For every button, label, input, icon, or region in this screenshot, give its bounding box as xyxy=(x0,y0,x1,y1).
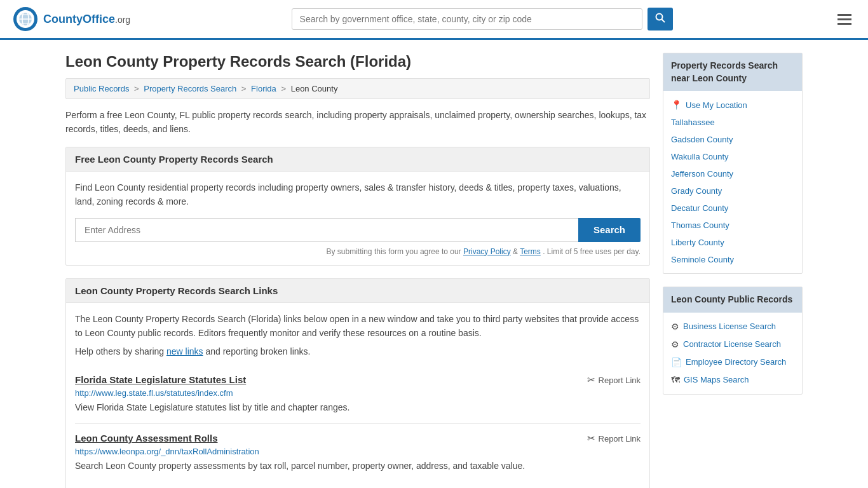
sidebar: Property Records Search near Leon County… xyxy=(663,53,803,488)
sidebar-nearby-heading: Property Records Search near Leon County xyxy=(663,53,802,91)
hamburger-line xyxy=(837,23,851,25)
svg-point-7 xyxy=(656,14,662,20)
breadcrumb-public-records[interactable]: Public Records xyxy=(74,84,129,93)
free-search-heading: Free Leon County Property Records Search xyxy=(66,147,649,172)
links-heading: Leon County Property Records Search Link… xyxy=(66,279,649,303)
link-url[interactable]: http://www.leg.state.fl.us/statutes/inde… xyxy=(75,388,641,398)
links-description: The Leon County Property Records Search … xyxy=(75,312,641,341)
gear-icon: ⚙ xyxy=(671,322,679,332)
sidebar-public-records-heading: Leon County Public Records xyxy=(663,287,802,313)
limit-text: . Limit of 5 free uses per day. xyxy=(543,247,641,256)
logo-icon xyxy=(13,6,38,32)
sidebar-nearby-section: Property Records Search near Leon County… xyxy=(663,53,803,274)
form-disclaimer: By submitting this form you agree to our… xyxy=(75,247,641,256)
sidebar-item-tallahassee[interactable]: Tallahassee xyxy=(663,114,802,131)
sidebar-nearby-body: 📍 Use My Location Tallahassee Gadsden Co… xyxy=(663,91,802,273)
address-input[interactable] xyxy=(75,218,578,242)
ampersand: & xyxy=(513,247,520,256)
breadcrumb-current: Leon County xyxy=(291,84,338,93)
hamburger-menu-button[interactable] xyxy=(834,10,855,29)
employee-directory-link[interactable]: Employee Directory Search xyxy=(686,357,786,367)
breadcrumb: Public Records > Property Records Search… xyxy=(65,78,650,99)
sidebar-item-jefferson[interactable]: Jefferson County xyxy=(663,165,802,182)
search-icon xyxy=(655,13,665,23)
map-icon: 🗺 xyxy=(671,375,680,385)
breadcrumb-florida[interactable]: Florida xyxy=(251,84,276,93)
link-description: View Florida State Legislature statutes … xyxy=(75,401,641,414)
gis-maps-link[interactable]: GIS Maps Search xyxy=(684,375,749,384)
sidebar-item-seminole[interactable]: Seminole County xyxy=(663,251,802,268)
sharing-line: Help others by sharing new links and rep… xyxy=(75,346,641,356)
logo-text[interactable]: CountyOffice.org xyxy=(43,13,130,26)
contractor-license-link[interactable]: Contractor License Search xyxy=(683,339,781,349)
header-search-input[interactable] xyxy=(292,8,642,30)
header-search-button[interactable] xyxy=(648,8,673,30)
header: CountyOffice.org xyxy=(0,0,868,40)
links-body: The Leon County Property Records Search … xyxy=(66,303,649,488)
reporting-text: and reporting broken links. xyxy=(205,346,310,356)
report-link-button[interactable]: ✂ Report Link xyxy=(587,433,641,444)
sidebar-item-thomas[interactable]: Thomas County xyxy=(663,217,802,234)
link-item-top: Florida State Legislature Statutes List … xyxy=(75,374,641,386)
sidebar-item-gis-maps[interactable]: 🗺 GIS Maps Search xyxy=(663,371,802,389)
sidebar-item-gadsden[interactable]: Gadsden County xyxy=(663,131,802,148)
link-item: Leon County Assessment Rolls ✂ Report Li… xyxy=(75,424,641,482)
logo-area: CountyOffice.org xyxy=(13,6,130,32)
link-item: Florida State Legislature Statutes List … xyxy=(75,365,641,424)
use-my-location-link[interactable]: Use My Location xyxy=(686,100,747,110)
report-link-label: Report Link xyxy=(599,376,641,385)
sidebar-public-records-body: ⚙ Business License Search ⚙ Contractor L… xyxy=(663,313,802,394)
sidebar-item-business-license[interactable]: ⚙ Business License Search xyxy=(663,318,802,336)
sidebar-use-location[interactable]: 📍 Use My Location xyxy=(663,96,802,114)
link-url[interactable]: https://www.leonpa.org/_dnn/taxRollAdmin… xyxy=(75,447,641,456)
page-description: Perform a free Leon County, FL public pr… xyxy=(65,108,650,137)
search-button[interactable]: Search xyxy=(578,218,641,242)
sidebar-item-decatur[interactable]: Decatur County xyxy=(663,200,802,217)
sidebar-item-employee-directory[interactable]: 📄 Employee Directory Search xyxy=(663,353,802,371)
sidebar-item-contractor-license[interactable]: ⚙ Contractor License Search xyxy=(663,336,802,353)
hamburger-line xyxy=(837,18,851,20)
sidebar-item-liberty[interactable]: Liberty County xyxy=(663,234,802,251)
sidebar-item-grady[interactable]: Grady County xyxy=(663,182,802,200)
search-description: Find Leon County residential property re… xyxy=(75,180,641,209)
gear-icon: ⚙ xyxy=(671,339,679,349)
svg-line-8 xyxy=(661,20,665,23)
link-title[interactable]: Leon County Assessment Rolls xyxy=(75,433,218,444)
link-item-top: Leon County Assessment Rolls ✂ Report Li… xyxy=(75,433,641,444)
terms-link[interactable]: Terms xyxy=(520,247,541,256)
new-links-link[interactable]: new links xyxy=(166,346,203,356)
content-area: Leon County Property Records Search (Flo… xyxy=(65,53,650,488)
report-link-label: Report Link xyxy=(599,434,641,444)
main-container: Leon County Property Records Search (Flo… xyxy=(53,40,815,488)
breadcrumb-sep: > xyxy=(281,84,286,93)
free-search-body: Find Leon County residential property re… xyxy=(66,172,649,265)
link-description: Search Leon County property assessments … xyxy=(75,459,641,473)
breadcrumb-property-records[interactable]: Property Records Search xyxy=(144,84,236,93)
report-link-button[interactable]: ✂ Report Link xyxy=(587,374,641,386)
breadcrumb-sep: > xyxy=(134,84,139,93)
free-search-section: Free Leon County Property Records Search… xyxy=(65,147,650,266)
sidebar-item-wakulla[interactable]: Wakulla County xyxy=(663,148,802,165)
report-icon: ✂ xyxy=(587,433,595,444)
page-title: Leon County Property Records Search (Flo… xyxy=(65,53,650,71)
address-search-form: Search xyxy=(75,218,641,242)
location-pin-icon: 📍 xyxy=(671,100,682,110)
breadcrumb-sep: > xyxy=(241,84,247,93)
doc-icon: 📄 xyxy=(671,357,682,367)
privacy-policy-link[interactable]: Privacy Policy xyxy=(463,247,511,256)
report-icon: ✂ xyxy=(587,374,595,386)
sharing-text: Help others by sharing xyxy=(75,346,164,356)
header-search-area xyxy=(292,8,673,30)
links-section: Leon County Property Records Search Link… xyxy=(65,278,650,488)
business-license-link[interactable]: Business License Search xyxy=(683,322,776,331)
hamburger-line xyxy=(837,14,851,16)
link-title[interactable]: Florida State Legislature Statutes List xyxy=(75,374,246,385)
disclaimer-text: By submitting this form you agree to our xyxy=(327,247,461,256)
sidebar-public-records-section: Leon County Public Records ⚙ Business Li… xyxy=(663,287,803,395)
